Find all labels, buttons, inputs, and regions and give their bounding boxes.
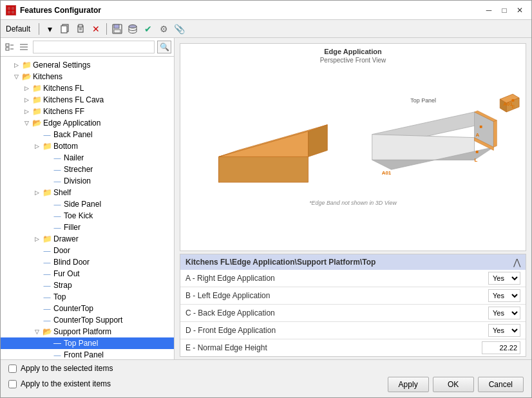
tree-item-kitchens-ff[interactable]: ▷ 📁 Kitchens FF bbox=[1, 106, 174, 117]
item-icon22: — bbox=[42, 303, 52, 314]
tree-item-drawer[interactable]: ▷ 📁 Drawer bbox=[1, 233, 174, 245]
expander18 bbox=[32, 257, 42, 267]
svg-rect-14 bbox=[6, 48, 9, 50]
prop-select-d[interactable]: YesNo bbox=[488, 324, 520, 337]
ok-button[interactable]: OK bbox=[433, 377, 474, 392]
tree-label-toe-kick: Toe Kick bbox=[64, 211, 93, 220]
toolbar-save-btn[interactable] bbox=[110, 22, 124, 36]
apply-button[interactable]: Apply bbox=[388, 377, 429, 392]
maximize-button[interactable]: □ bbox=[498, 5, 511, 16]
toolbar-label: Default bbox=[6, 24, 30, 33]
expander25 bbox=[42, 338, 52, 348]
toolbar-check-btn[interactable]: ✔ bbox=[141, 22, 155, 36]
search-icons bbox=[3, 41, 30, 53]
expander26 bbox=[42, 350, 52, 359]
tree-item-support-platform[interactable]: ▽ 📂 Support Platform bbox=[1, 326, 174, 337]
properties-collapse-button[interactable]: ⋀ bbox=[513, 257, 520, 267]
expander8: ▷ bbox=[32, 141, 42, 151]
tree-item-front-panel[interactable]: — Front Panel bbox=[1, 349, 174, 359]
item-icon21: — bbox=[42, 292, 52, 302]
tree-item-countertop[interactable]: — CounterTop bbox=[1, 303, 174, 314]
tree-item-door[interactable]: — Door bbox=[1, 245, 174, 256]
minimize-button[interactable]: ─ bbox=[482, 5, 495, 16]
toolbar-settings-btn[interactable]: ⚙ bbox=[157, 22, 171, 36]
tree-container: ▷ 📁 General Settings ▽ 📂 Kitchens ▷ 📁 bbox=[1, 57, 174, 359]
tree-collapse-btn[interactable] bbox=[3, 41, 16, 53]
prop-label-b: B - Left Edge Application bbox=[180, 287, 439, 305]
svg-text:■: ■ bbox=[476, 149, 479, 155]
button-row: Apply OK Cancel bbox=[388, 377, 524, 392]
tree-label-kitchens-ff: Kitchens FF bbox=[43, 107, 84, 116]
prop-value-e bbox=[439, 339, 526, 357]
tree-item-general-settings[interactable]: ▷ 📁 General Settings bbox=[1, 59, 174, 71]
expander11 bbox=[42, 176, 52, 186]
expander9 bbox=[42, 153, 52, 163]
properties-title: Kitchens FL\Edge Application\Support Pla… bbox=[185, 258, 375, 267]
item-icon23: — bbox=[42, 315, 52, 325]
table-row: C - Back Edge Application YesNo bbox=[180, 305, 526, 322]
item-icon15: — bbox=[52, 222, 62, 232]
search-go-button[interactable]: 🔍 bbox=[157, 41, 171, 53]
tree-label-kitchens-fl: Kitchens FL bbox=[43, 84, 84, 93]
item-icon25: — bbox=[52, 338, 62, 348]
prop-select-c[interactable]: YesNo bbox=[488, 307, 520, 319]
toolbar-db-btn[interactable] bbox=[126, 22, 140, 36]
expander5: ▷ bbox=[21, 106, 32, 117]
prop-dropdown-d: YesNo bbox=[444, 324, 520, 337]
svg-text:A: A bbox=[476, 132, 480, 138]
tree-item-filler[interactable]: — Filler bbox=[1, 222, 174, 233]
tree-item-top[interactable]: — Top bbox=[1, 291, 174, 303]
tree-item-nailer[interactable]: — Nailer bbox=[1, 152, 174, 164]
expander3: ▷ bbox=[21, 83, 32, 93]
tree-item-kitchens-fl[interactable]: ▷ 📁 Kitchens FL bbox=[1, 82, 174, 94]
tree-item-side-panel-shelf[interactable]: — Side Panel bbox=[1, 198, 174, 210]
tree-item-edge-application[interactable]: ▽ 📂 Edge Application bbox=[1, 117, 174, 129]
tree-label-support-platform: Support Platform bbox=[53, 327, 111, 336]
folder-icon4: 📁 bbox=[32, 95, 42, 105]
expander24: ▽ bbox=[32, 327, 42, 337]
prop-select-b[interactable]: YesNo bbox=[488, 289, 520, 302]
item-icon7: — bbox=[42, 129, 52, 140]
tree-item-strecher[interactable]: — Strecher bbox=[1, 164, 174, 175]
checkbox-existent-items[interactable] bbox=[8, 380, 17, 388]
checkbox-selected-items[interactable] bbox=[8, 365, 17, 373]
checkbox-row-1: Apply to the selected items bbox=[8, 364, 524, 373]
tree-item-countertop-support[interactable]: — CounterTop Support bbox=[1, 314, 174, 326]
close-button[interactable]: ✕ bbox=[513, 5, 526, 16]
tree-item-back-panel[interactable]: — Back Panel bbox=[1, 129, 174, 140]
window-controls: ─ □ ✕ bbox=[482, 5, 526, 16]
app-icon bbox=[6, 5, 16, 15]
folder-icon12: 📁 bbox=[42, 187, 52, 198]
toolbar-paste-btn[interactable] bbox=[73, 22, 88, 36]
tree-item-kitchens-fl-cava[interactable]: ▷ 📁 Kitchens FL Cava bbox=[1, 94, 174, 106]
tree-item-shelf[interactable]: ▷ 📁 Shelf bbox=[1, 187, 174, 198]
toolbar-pin-btn[interactable]: 📎 bbox=[172, 22, 186, 36]
tree-item-kitchens[interactable]: ▽ 📂 Kitchens bbox=[1, 71, 174, 82]
properties-table: A - Right Edge Application Yes YesNo B -… bbox=[180, 270, 526, 356]
toolbar-dropdown-btn[interactable]: ▾ bbox=[43, 22, 57, 36]
table-row: A - Right Edge Application Yes YesNo bbox=[180, 270, 526, 287]
toolbar-copy-btn[interactable] bbox=[58, 22, 72, 36]
prop-label-c: C - Back Edge Application bbox=[180, 305, 439, 322]
search-input[interactable] bbox=[33, 41, 155, 53]
tree-item-blind-door[interactable]: — Blind Door bbox=[1, 256, 174, 268]
tree-item-division[interactable]: — Division bbox=[1, 175, 174, 187]
prop-select-a[interactable]: YesNo bbox=[488, 272, 520, 285]
cancel-button[interactable]: Cancel bbox=[478, 377, 524, 392]
tree-label-shelf: Shelf bbox=[53, 188, 71, 197]
tree-expand-btn[interactable] bbox=[17, 41, 30, 53]
tree-item-top-panel[interactable]: — Top Panel bbox=[1, 337, 174, 349]
toolbar-delete-btn[interactable]: ✕ bbox=[89, 22, 103, 36]
tree-label-top-panel: Top Panel bbox=[64, 339, 98, 348]
prop-input-e[interactable] bbox=[482, 341, 520, 354]
expander23 bbox=[32, 315, 42, 325]
item-icon26: — bbox=[52, 350, 62, 359]
tree-item-bottom[interactable]: ▷ 📁 Bottom bbox=[1, 140, 174, 152]
tree-item-strap[interactable]: — Strap bbox=[1, 280, 174, 291]
expander1: ▷ bbox=[11, 60, 21, 70]
tree-item-toe-kick[interactable]: — Toe Kick bbox=[1, 210, 174, 222]
tree-item-fur-out[interactable]: — Fur Out bbox=[1, 268, 174, 280]
folder-icon1: 📁 bbox=[21, 60, 32, 70]
prop-dropdown-c: YesNo bbox=[444, 307, 520, 319]
svg-marker-30 bbox=[493, 120, 497, 147]
